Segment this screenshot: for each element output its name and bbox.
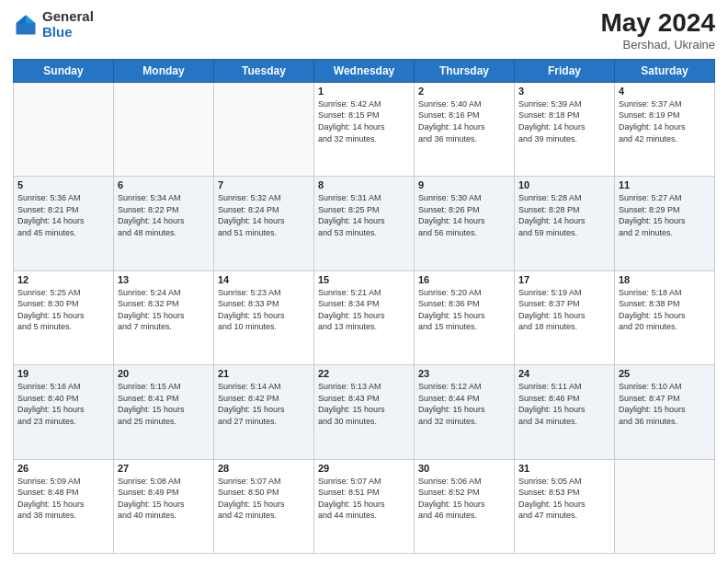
calendar-cell: 24Sunrise: 5:11 AM Sunset: 8:46 PM Dayli…	[515, 365, 615, 459]
calendar-cell: 10Sunrise: 5:28 AM Sunset: 8:28 PM Dayli…	[515, 177, 615, 270]
calendar-cell: 13Sunrise: 5:24 AM Sunset: 8:32 PM Dayli…	[114, 270, 214, 364]
day-info: Sunrise: 5:15 AM Sunset: 8:41 PM Dayligh…	[118, 381, 210, 427]
location: Bershad, Ukraine	[600, 38, 715, 52]
calendar-cell: 14Sunrise: 5:23 AM Sunset: 8:33 PM Dayli…	[214, 270, 314, 364]
col-monday: Monday	[114, 59, 214, 82]
day-number: 25	[619, 368, 711, 379]
calendar-week-row: 19Sunrise: 5:16 AM Sunset: 8:40 PM Dayli…	[14, 365, 715, 459]
day-number: 16	[418, 274, 510, 285]
col-thursday: Thursday	[415, 59, 515, 82]
calendar-cell: 16Sunrise: 5:20 AM Sunset: 8:36 PM Dayli…	[415, 270, 515, 364]
logo-blue-text: Blue	[42, 25, 94, 40]
day-info: Sunrise: 5:32 AM Sunset: 8:24 PM Dayligh…	[218, 192, 310, 238]
day-info: Sunrise: 5:21 AM Sunset: 8:34 PM Dayligh…	[318, 287, 410, 333]
logo: General Blue	[13, 9, 94, 40]
calendar-week-row: 12Sunrise: 5:25 AM Sunset: 8:30 PM Dayli…	[14, 270, 715, 364]
day-number: 6	[118, 179, 210, 190]
calendar-cell: 22Sunrise: 5:13 AM Sunset: 8:43 PM Dayli…	[314, 365, 415, 459]
calendar-cell: 21Sunrise: 5:14 AM Sunset: 8:42 PM Dayli…	[214, 365, 314, 459]
weekday-header-row: Sunday Monday Tuesday Wednesday Thursday…	[14, 59, 715, 82]
calendar-cell: 28Sunrise: 5:07 AM Sunset: 8:50 PM Dayli…	[214, 459, 314, 553]
calendar-cell: 8Sunrise: 5:31 AM Sunset: 8:25 PM Daylig…	[314, 177, 415, 270]
day-info: Sunrise: 5:06 AM Sunset: 8:52 PM Dayligh…	[418, 476, 510, 522]
day-number: 23	[418, 368, 510, 379]
day-number: 11	[619, 179, 711, 190]
day-info: Sunrise: 5:09 AM Sunset: 8:48 PM Dayligh…	[17, 476, 109, 522]
day-info: Sunrise: 5:14 AM Sunset: 8:42 PM Dayligh…	[218, 381, 310, 427]
day-number: 26	[17, 463, 109, 474]
calendar-cell: 26Sunrise: 5:09 AM Sunset: 8:48 PM Dayli…	[14, 459, 114, 553]
day-info: Sunrise: 5:25 AM Sunset: 8:30 PM Dayligh…	[17, 287, 109, 333]
calendar-cell: 29Sunrise: 5:07 AM Sunset: 8:51 PM Dayli…	[314, 459, 415, 553]
page: General Blue May 2024 Bershad, Ukraine S…	[0, 0, 728, 563]
day-info: Sunrise: 5:30 AM Sunset: 8:26 PM Dayligh…	[418, 192, 510, 238]
col-saturday: Saturday	[615, 59, 715, 82]
calendar-cell	[214, 82, 314, 176]
calendar-cell: 3Sunrise: 5:39 AM Sunset: 8:18 PM Daylig…	[515, 82, 615, 176]
logo-general-text: General	[42, 9, 94, 25]
day-info: Sunrise: 5:07 AM Sunset: 8:50 PM Dayligh…	[218, 476, 310, 522]
header: General Blue May 2024 Bershad, Ukraine	[13, 9, 715, 52]
day-number: 5	[17, 179, 109, 190]
col-tuesday: Tuesday	[214, 59, 314, 82]
calendar-cell: 18Sunrise: 5:18 AM Sunset: 8:38 PM Dayli…	[615, 270, 715, 364]
logo-icon	[13, 12, 39, 38]
day-number: 10	[518, 179, 610, 190]
col-wednesday: Wednesday	[314, 59, 415, 82]
calendar-cell: 31Sunrise: 5:05 AM Sunset: 8:53 PM Dayli…	[515, 459, 615, 553]
calendar-cell: 23Sunrise: 5:12 AM Sunset: 8:44 PM Dayli…	[415, 365, 515, 459]
month-year: May 2024	[600, 9, 715, 38]
day-number: 19	[17, 368, 109, 379]
day-number: 22	[318, 368, 410, 379]
calendar-cell: 4Sunrise: 5:37 AM Sunset: 8:19 PM Daylig…	[615, 82, 715, 176]
calendar-week-row: 26Sunrise: 5:09 AM Sunset: 8:48 PM Dayli…	[14, 459, 715, 553]
calendar-week-row: 5Sunrise: 5:36 AM Sunset: 8:21 PM Daylig…	[14, 177, 715, 270]
day-info: Sunrise: 5:39 AM Sunset: 8:18 PM Dayligh…	[518, 98, 610, 144]
day-number: 24	[518, 368, 610, 379]
day-number: 17	[518, 274, 610, 285]
day-info: Sunrise: 5:13 AM Sunset: 8:43 PM Dayligh…	[318, 381, 410, 427]
day-info: Sunrise: 5:24 AM Sunset: 8:32 PM Dayligh…	[118, 287, 210, 333]
col-sunday: Sunday	[14, 59, 114, 82]
day-info: Sunrise: 5:18 AM Sunset: 8:38 PM Dayligh…	[619, 287, 711, 333]
day-info: Sunrise: 5:42 AM Sunset: 8:15 PM Dayligh…	[318, 98, 410, 144]
calendar-cell: 11Sunrise: 5:27 AM Sunset: 8:29 PM Dayli…	[615, 177, 715, 270]
calendar-cell: 20Sunrise: 5:15 AM Sunset: 8:41 PM Dayli…	[114, 365, 214, 459]
day-info: Sunrise: 5:16 AM Sunset: 8:40 PM Dayligh…	[17, 381, 109, 427]
day-number: 12	[17, 274, 109, 285]
day-info: Sunrise: 5:07 AM Sunset: 8:51 PM Dayligh…	[318, 476, 410, 522]
title-block: May 2024 Bershad, Ukraine	[600, 9, 715, 52]
day-number: 18	[619, 274, 711, 285]
calendar-cell: 30Sunrise: 5:06 AM Sunset: 8:52 PM Dayli…	[415, 459, 515, 553]
day-number: 3	[518, 86, 610, 97]
day-number: 28	[218, 463, 310, 474]
day-number: 20	[118, 368, 210, 379]
day-info: Sunrise: 5:27 AM Sunset: 8:29 PM Dayligh…	[619, 192, 711, 238]
calendar-cell: 6Sunrise: 5:34 AM Sunset: 8:22 PM Daylig…	[114, 177, 214, 270]
day-info: Sunrise: 5:23 AM Sunset: 8:33 PM Dayligh…	[218, 287, 310, 333]
calendar-cell: 5Sunrise: 5:36 AM Sunset: 8:21 PM Daylig…	[14, 177, 114, 270]
day-number: 4	[619, 86, 711, 97]
svg-marker-1	[26, 15, 36, 23]
day-number: 8	[318, 179, 410, 190]
day-number: 31	[518, 463, 610, 474]
calendar-cell: 1Sunrise: 5:42 AM Sunset: 8:15 PM Daylig…	[314, 82, 415, 176]
calendar-cell: 17Sunrise: 5:19 AM Sunset: 8:37 PM Dayli…	[515, 270, 615, 364]
day-info: Sunrise: 5:37 AM Sunset: 8:19 PM Dayligh…	[619, 98, 711, 144]
calendar-cell: 7Sunrise: 5:32 AM Sunset: 8:24 PM Daylig…	[214, 177, 314, 270]
day-number: 15	[318, 274, 410, 285]
day-info: Sunrise: 5:36 AM Sunset: 8:21 PM Dayligh…	[17, 192, 109, 238]
day-number: 2	[418, 86, 510, 97]
day-info: Sunrise: 5:12 AM Sunset: 8:44 PM Dayligh…	[418, 381, 510, 427]
col-friday: Friday	[515, 59, 615, 82]
day-info: Sunrise: 5:34 AM Sunset: 8:22 PM Dayligh…	[118, 192, 210, 238]
calendar-table: Sunday Monday Tuesday Wednesday Thursday…	[13, 59, 715, 554]
calendar-cell: 12Sunrise: 5:25 AM Sunset: 8:30 PM Dayli…	[14, 270, 114, 364]
day-info: Sunrise: 5:19 AM Sunset: 8:37 PM Dayligh…	[518, 287, 610, 333]
day-number: 27	[118, 463, 210, 474]
day-number: 30	[418, 463, 510, 474]
day-number: 1	[318, 86, 410, 97]
day-number: 29	[318, 463, 410, 474]
calendar-week-row: 1Sunrise: 5:42 AM Sunset: 8:15 PM Daylig…	[14, 82, 715, 176]
day-info: Sunrise: 5:08 AM Sunset: 8:49 PM Dayligh…	[118, 476, 210, 522]
